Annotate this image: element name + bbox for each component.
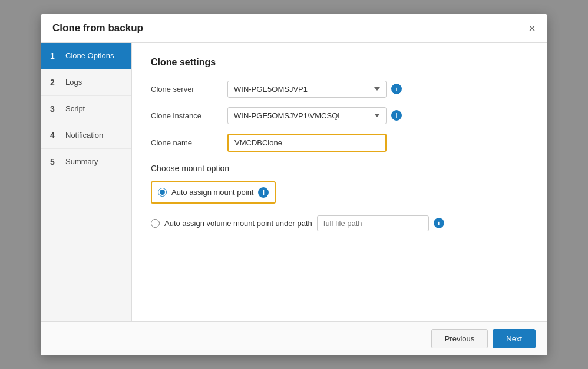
auto-assign-mount-point-radio[interactable] [158,188,167,197]
step-num-4: 4 [50,131,61,140]
modal-footer: Previous Next [41,321,547,355]
step-num-1: 1 [50,51,61,61]
next-button[interactable]: Next [493,329,536,348]
auto-assign-mount-point-row: Auto assign mount point i [151,181,276,204]
clone-name-input[interactable] [227,134,387,152]
sidebar-item-logs[interactable]: 2 Logs [41,69,131,96]
clone-instance-label: Clone instance [151,111,227,120]
modal-body: 1 Clone Options 2 Logs 3 Script 4 Notifi… [41,43,547,321]
step-num-5: 5 [50,157,61,167]
clone-instance-control: WIN-PGE5OMSJVP1\VMCSQL i [227,107,402,124]
clone-instance-select[interactable]: WIN-PGE5OMSJVP1\VMCSQL [227,107,387,124]
clone-instance-row: Clone instance WIN-PGE5OMSJVP1\VMCSQL i [151,107,528,124]
auto-assign-mount-point-label[interactable]: Auto assign mount point [171,188,253,197]
mount-section: Choose mount option Auto assign mount po… [151,164,528,231]
auto-assign-volume-mount-row: Auto assign volume mount point under pat… [151,215,528,231]
sidebar-item-script[interactable]: 3 Script [41,96,131,122]
sidebar-item-notification[interactable]: 4 Notification [41,122,131,149]
modal-overlay: Clone from backup × 1 Clone Options 2 Lo… [0,0,588,369]
clone-server-row: Clone server WIN-PGE5OMSJVP1 i [151,81,528,98]
section-title: Clone settings [151,57,528,68]
close-button[interactable]: × [528,22,536,34]
clone-server-info-icon[interactable]: i [391,84,402,94]
auto-assign-volume-mount-label[interactable]: Auto assign volume mount point under pat… [164,219,312,228]
clone-server-select[interactable]: WIN-PGE5OMSJVP1 [227,81,387,98]
sidebar-item-label-4: Notification [65,131,103,139]
previous-button[interactable]: Previous [431,329,488,348]
clone-server-control: WIN-PGE5OMSJVP1 i [227,81,402,98]
clone-name-row: Clone name [151,134,528,152]
step-num-3: 3 [50,104,61,114]
sidebar-item-clone-options[interactable]: 1 Clone Options [41,43,131,69]
content-area: Clone settings Clone server WIN-PGE5OMSJ… [132,43,547,321]
sidebar: 1 Clone Options 2 Logs 3 Script 4 Notifi… [41,43,132,321]
sidebar-item-label-1: Clone Options [65,51,114,60]
auto-assign-info-icon[interactable]: i [258,187,269,198]
mount-section-title: Choose mount option [151,164,528,173]
clone-name-label: Clone name [151,138,227,147]
auto-assign-volume-mount-radio[interactable] [151,219,160,228]
sidebar-item-summary[interactable]: 5 Summary [41,149,131,175]
sidebar-item-label-2: Logs [65,78,82,87]
clone-name-control [227,134,387,152]
modal-title: Clone from backup [52,22,143,34]
clone-instance-info-icon[interactable]: i [391,110,402,121]
file-path-input[interactable] [317,215,429,231]
clone-server-label: Clone server [151,85,227,94]
sidebar-item-label-3: Script [65,104,85,113]
modal-header: Clone from backup × [41,14,547,43]
volume-mount-info-icon[interactable]: i [434,218,444,228]
modal: Clone from backup × 1 Clone Options 2 Lo… [41,14,547,355]
step-num-2: 2 [50,78,61,87]
sidebar-item-label-5: Summary [65,157,98,166]
